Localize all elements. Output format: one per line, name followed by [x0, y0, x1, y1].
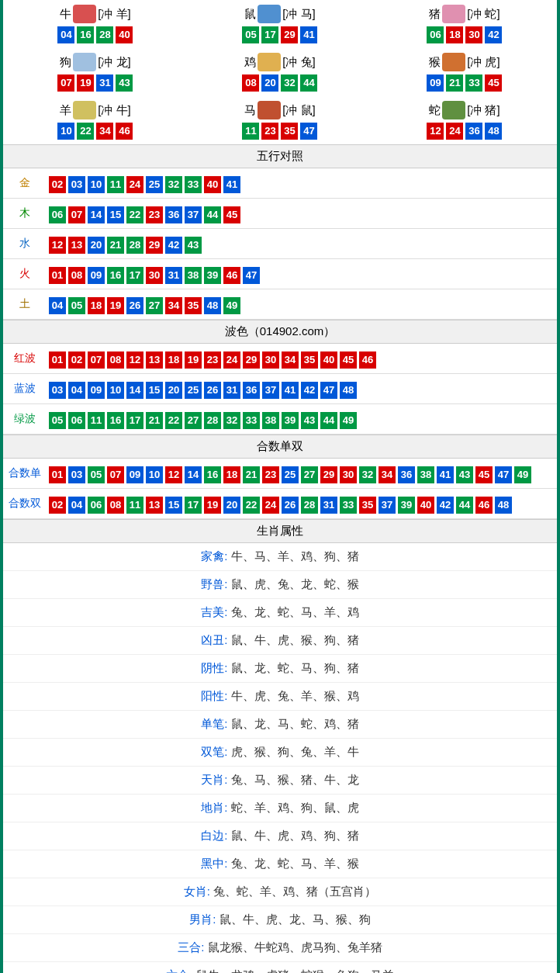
- number-box: 26: [126, 297, 143, 314]
- number-box: 26: [282, 497, 299, 514]
- number-row: 12243648: [372, 123, 557, 140]
- number-box: 01: [49, 351, 66, 369]
- number-box: 07: [107, 466, 124, 483]
- number-box: 25: [282, 466, 299, 483]
- number-box: 30: [340, 466, 357, 483]
- number-box: 17: [185, 497, 202, 514]
- number-box: 05: [242, 26, 259, 43]
- number-box: 41: [282, 382, 299, 399]
- row-numbers: 02031011242532334041: [46, 168, 557, 199]
- number-box: 34: [282, 351, 299, 369]
- number-box: 23: [261, 123, 278, 140]
- number-box: 31: [223, 382, 240, 399]
- number-box: 09: [126, 466, 143, 483]
- number-box: 12: [49, 237, 66, 254]
- attr-value: 兔、马、猴、猪、牛、龙: [231, 773, 359, 786]
- attr-key: 三合:: [178, 940, 207, 954]
- attribute-row: 阳性: 牛、虎、兔、羊、猴、鸡: [3, 683, 557, 711]
- number-box: 06: [88, 497, 105, 514]
- number-box: 19: [107, 297, 124, 314]
- shengxiao-header: 生肖属性: [3, 519, 557, 543]
- number-box: 06: [427, 26, 444, 43]
- attribute-row: 黑中: 兔、龙、蛇、马、羊、猴: [3, 850, 557, 878]
- number-box: 19: [204, 497, 221, 514]
- number-box: 46: [475, 497, 493, 514]
- number-box: 29: [320, 466, 337, 483]
- attr-value: 鼠、牛、虎、龙、马、猴、狗: [220, 912, 371, 926]
- number-box: 17: [261, 26, 278, 43]
- heshu-header: 合数单双: [3, 435, 557, 459]
- number-row: 0102070812131819232429303435404546: [49, 351, 554, 369]
- number-box: 46: [359, 351, 376, 369]
- zodiac-cell-horse: 马[冲 鼠]11233547: [188, 96, 372, 144]
- number-row: 11233547: [188, 123, 372, 140]
- number-box: 22: [77, 123, 94, 140]
- number-box: 44: [204, 206, 221, 223]
- number-box: 41: [437, 466, 454, 483]
- number-row: 0103050709101214161821232527293032343638…: [49, 466, 554, 483]
- number-box: 05: [68, 297, 85, 314]
- zodiac-clash: [冲 龙]: [98, 55, 131, 70]
- number-box: 14: [126, 382, 143, 399]
- number-box: 39: [204, 267, 221, 284]
- number-box: 40: [417, 497, 434, 514]
- zodiac-grid: 牛[冲 羊]04162840鼠[冲 马]05172941猪[冲 蛇]061830…: [3, 0, 557, 144]
- attr-value: 鼠、虎、兔、龙、蛇、猴: [231, 577, 359, 590]
- row-label: 红波: [3, 344, 46, 374]
- zodiac-name: 羊: [60, 103, 71, 118]
- number-box: 15: [107, 206, 124, 223]
- row-label: 合数双: [3, 489, 46, 519]
- number-box: 13: [68, 237, 85, 254]
- number-row: 05172941: [188, 26, 372, 43]
- attr-key: 地肖:: [201, 801, 230, 814]
- number-box: 23: [262, 466, 279, 483]
- attr-value: 鼠、牛、虎、猴、狗、猪: [231, 633, 359, 646]
- number-box: 43: [456, 466, 473, 483]
- number-box: 18: [88, 297, 105, 314]
- number-box: 22: [126, 206, 143, 223]
- number-box: 43: [116, 74, 133, 92]
- number-box: 37: [185, 206, 202, 223]
- zodiac-cell-monkey: 猴[冲 虎]09213345: [372, 48, 557, 96]
- number-box: 08: [107, 497, 124, 514]
- row-numbers: 0204060811131517192022242628313335373940…: [46, 489, 557, 519]
- number-box: 37: [262, 382, 279, 399]
- row-label: 蓝波: [3, 374, 46, 404]
- row-numbers: 0102070812131819232429303435404546: [46, 344, 557, 374]
- row-label: 合数单: [3, 459, 46, 489]
- number-row: 09213345: [372, 74, 557, 92]
- attribute-row: 家禽: 牛、马、羊、鸡、狗、猪: [3, 543, 557, 571]
- zodiac-cell-rat: 鼠[冲 马]05172941: [188, 0, 372, 48]
- attr-value: 兔、龙、蛇、马、羊、鸡: [231, 605, 359, 618]
- number-box: 16: [77, 26, 94, 43]
- number-box: 35: [281, 123, 298, 140]
- attr-key: 黑中:: [201, 857, 230, 870]
- number-box: 48: [340, 382, 357, 399]
- attribute-row: 凶丑: 鼠、牛、虎、猴、狗、猪: [3, 627, 557, 655]
- monkey-icon: [442, 53, 465, 71]
- attr-value: 鼠牛、龙鸡、虎猪、蛇猴、兔狗、马羊: [196, 968, 394, 973]
- number-box: 03: [49, 382, 66, 399]
- number-box: 29: [281, 26, 298, 43]
- zodiac-title: 猴[冲 虎]: [372, 53, 557, 71]
- number-box: 13: [146, 497, 163, 514]
- number-box: 38: [185, 267, 202, 284]
- zodiac-name: 鼠: [244, 7, 256, 22]
- number-box: 22: [165, 412, 182, 429]
- number-box: 16: [107, 267, 124, 284]
- zodiac-cell-snake: 蛇[冲 猪]12243648: [372, 96, 557, 144]
- number-box: 06: [49, 206, 66, 223]
- number-box: 05: [88, 466, 105, 483]
- number-box: 34: [379, 466, 396, 483]
- number-box: 14: [88, 206, 105, 223]
- zodiac-title: 猪[冲 蛇]: [372, 5, 557, 23]
- attr-value: 鼠、龙、蛇、马、狗、猪: [231, 661, 359, 674]
- number-box: 03: [68, 466, 85, 483]
- number-box: 09: [427, 74, 444, 92]
- zodiac-name: 鸡: [244, 55, 256, 70]
- number-box: 31: [165, 267, 182, 284]
- zodiac-clash: [冲 虎]: [467, 55, 500, 70]
- zodiac-clash: [冲 鼠]: [282, 103, 316, 118]
- zodiac-clash: [冲 牛]: [98, 103, 131, 118]
- number-box: 24: [446, 123, 463, 140]
